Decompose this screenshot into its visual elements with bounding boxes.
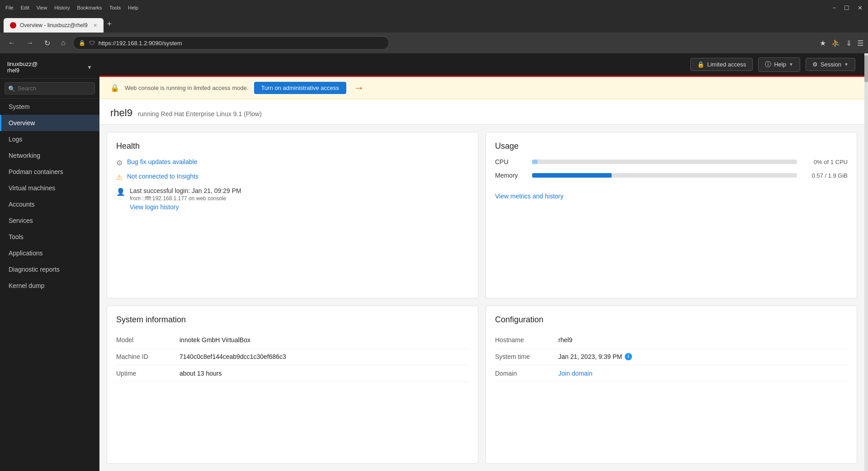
system-time-info-icon[interactable]: i — [625, 353, 632, 360]
login-history-link[interactable]: View login history — [130, 203, 241, 211]
shield-vpn-icon[interactable]: ⛹ — [831, 39, 840, 47]
sidebar-item-vms[interactable]: Virtual machines — [0, 180, 99, 196]
sidebar-item-diagnostic[interactable]: Diagnostic reports — [0, 261, 99, 278]
forward-button[interactable]: → — [23, 37, 37, 49]
sidebar-item-services[interactable]: Services — [0, 212, 99, 229]
bookmark-star-icon[interactable]: ★ — [820, 39, 826, 47]
edit-menu[interactable]: Edit — [21, 5, 29, 10]
sidebar-user-dropdown-icon[interactable]: ▼ — [87, 64, 92, 71]
scrollbar-thumb[interactable] — [864, 55, 868, 82]
view-menu[interactable]: View — [37, 5, 47, 10]
shield-icon: 🛡 — [89, 40, 95, 47]
tools-menu[interactable]: Tools — [109, 5, 121, 10]
page-header: rhel9 running Red Hat Enterprise Linux 9… — [99, 99, 864, 125]
active-tab[interactable]: Overview - linuxbuzz@rhel9 ✕ — [4, 18, 104, 33]
domain-value: Join domain — [558, 365, 848, 382]
sidebar-item-podman[interactable]: Podman containers — [0, 164, 99, 180]
cpu-bar — [532, 160, 538, 164]
right-scrollbar[interactable] — [864, 53, 868, 471]
sidebar-nav: System Overview Logs Networking Podman c… — [0, 99, 99, 471]
url-text: https://192.168.1.2:9090/system — [99, 40, 182, 47]
search-icon: 🔍 — [8, 85, 15, 92]
download-icon[interactable]: ⇓ — [846, 39, 852, 47]
admin-access-button[interactable]: Turn on administrative access — [254, 82, 346, 94]
view-metrics-link[interactable]: View metrics and history — [495, 193, 563, 200]
sidebar-item-kernel[interactable]: Kernel dump — [0, 278, 99, 294]
domain-label: Domain — [495, 365, 558, 382]
page-hostname: rhel9 — [110, 107, 132, 119]
table-row: Model innotek GmbH VirtualBox — [116, 332, 469, 349]
configuration-card: Configuration Hostname rhel9 System time — [486, 306, 857, 464]
reload-button[interactable]: ↻ — [41, 37, 54, 49]
home-button[interactable]: ⌂ — [57, 37, 69, 49]
window-controls: − ☐ ✕ — [832, 5, 863, 11]
help-button[interactable]: ⓘ Help ▼ — [758, 57, 800, 72]
banner-message: Web console is running in limited access… — [125, 85, 249, 91]
health-login-item: 👤 Last successful login: Jan 21, 09:29 P… — [116, 187, 469, 211]
sidebar-item-applications[interactable]: Applications — [0, 245, 99, 261]
sidebar-item-tools[interactable]: Tools — [0, 229, 99, 245]
tab-bar: Overview - linuxbuzz@rhel9 ✕ + — [0, 15, 868, 33]
configuration-title: Configuration — [495, 315, 848, 325]
memory-value: 0.57 / 1.9 GiB — [802, 172, 848, 179]
machine-id-value: 7140c0c8ef144ceab9dcc1c30ef686c3 — [179, 348, 469, 365]
last-login-text: Last successful login: Jan 21, 09:29 PM — [130, 187, 241, 194]
sidebar-item-system[interactable]: System — [0, 99, 99, 115]
cpu-usage-row: CPU 0% of 1 CPU — [495, 158, 848, 165]
session-label: Session — [821, 61, 841, 68]
menu-icon[interactable]: ☰ — [857, 39, 863, 47]
address-bar[interactable]: 🔒 🛡 https://192.168.1.2:9090/system — [73, 36, 389, 50]
sidebar-user-info: linuxbuzz@ rhel9 — [7, 61, 83, 74]
limited-access-button[interactable]: 🔒 Limited access — [690, 58, 753, 71]
update-icon: ⚙ — [116, 159, 123, 167]
sidebar-item-accounts[interactable]: Accounts — [0, 196, 99, 212]
health-card: Health ⚙ Bug fix updates available ⚠ Not… — [107, 132, 478, 298]
sidebar-search-area: 🔍 — [0, 79, 99, 99]
user-icon: 👤 — [116, 188, 125, 196]
bug-fix-link[interactable]: Bug fix updates available — [127, 158, 198, 165]
health-card-title: Health — [116, 141, 469, 151]
lock-icon: 🔒 — [697, 61, 704, 68]
system-info-card: System information Model innotek GmbH Vi… — [107, 306, 478, 464]
tab-title: Overview - linuxbuzz@rhel9 — [20, 22, 88, 28]
app-wrapper: linuxbuzz@ rhel9 ▼ 🔍 System Overview Log… — [0, 53, 868, 471]
system-info-table: Model innotek GmbH VirtualBox Machine ID… — [116, 332, 469, 382]
system-info-title: System information — [116, 315, 469, 325]
health-insights-content: Not connected to Insights — [127, 173, 198, 180]
tab-favicon — [10, 22, 16, 28]
restore-button[interactable]: ☐ — [844, 5, 849, 11]
bookmarks-menu[interactable]: Bookmarks — [77, 5, 102, 10]
sidebar-item-logs[interactable]: Logs — [0, 131, 99, 147]
new-tab-button[interactable]: + — [104, 18, 116, 31]
configuration-table: Hostname rhel9 System time Jan 21, 2023,… — [495, 332, 848, 382]
browser-titlebar: File Edit View History Bookmarks Tools H… — [0, 0, 868, 15]
browser-menu-bar: File Edit View History Bookmarks Tools H… — [5, 5, 138, 10]
sidebar-item-overview[interactable]: Overview — [0, 115, 99, 131]
system-time-label: System time — [495, 348, 558, 365]
minimize-button[interactable]: − — [832, 5, 836, 11]
help-menu[interactable]: Help — [128, 5, 138, 10]
table-row: Domain Join domain — [495, 365, 848, 382]
file-menu[interactable]: File — [5, 5, 14, 10]
back-button[interactable]: ← — [5, 37, 19, 49]
login-from-text: from ::ffff:192.168.1.177 on web console — [130, 195, 241, 202]
search-input[interactable] — [5, 82, 95, 94]
memory-usage-row: Memory 0.57 / 1.9 GiB — [495, 172, 848, 179]
hostname-value: rhel9 — [558, 332, 848, 348]
health-insights-item: ⚠ Not connected to Insights — [116, 173, 469, 182]
sidebar-user[interactable]: linuxbuzz@ rhel9 ▼ — [0, 53, 99, 79]
system-time-value: Jan 21, 2023, 9:39 PM i — [558, 349, 848, 365]
help-label: Help — [774, 61, 786, 68]
tab-close-button[interactable]: ✕ — [93, 23, 97, 28]
main-content: 🔒 Limited access ⓘ Help ▼ ⚙ Session ▼ 🔒 … — [99, 53, 864, 471]
session-dropdown-icon: ▼ — [844, 62, 849, 67]
session-button[interactable]: ⚙ Session ▼ — [806, 58, 855, 71]
usage-card-title: Usage — [495, 141, 848, 151]
sidebar-item-networking[interactable]: Networking — [0, 147, 99, 164]
browser-toolbar: ← → ↻ ⌂ 🔒 🛡 https://192.168.1.2:9090/sys… — [0, 33, 868, 53]
table-row: Hostname rhel9 — [495, 332, 848, 349]
sidebar: linuxbuzz@ rhel9 ▼ 🔍 System Overview Log… — [0, 53, 99, 471]
insights-link[interactable]: Not connected to Insights — [127, 173, 198, 180]
history-menu[interactable]: History — [54, 5, 70, 10]
close-button[interactable]: ✕ — [858, 5, 863, 11]
